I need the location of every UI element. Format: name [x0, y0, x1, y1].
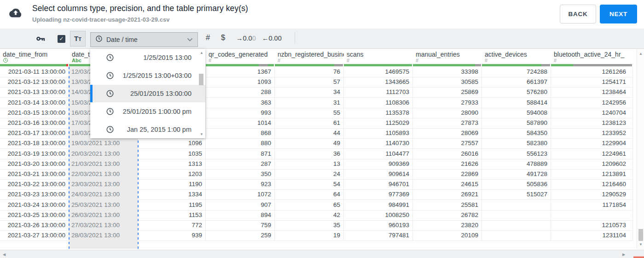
table-row: 2021-03-26 13:00:0027/03/2021 13:0077275…: [0, 220, 633, 231]
column-name: qr_codes_generated: [209, 51, 267, 58]
back-button[interactable]: BACK: [560, 5, 596, 23]
cell-bluetooth_active_24_hr_: 1238464: [551, 87, 633, 98]
cell-manual_entries: 28069: [413, 128, 482, 139]
number-type-glyph: #: [347, 58, 349, 63]
column-header-nzbn_registered_busine[interactable]: nzbn_registered_busine#: [275, 49, 344, 64]
column-quality-bar: [206, 64, 274, 66]
column-header-bluetooth_active_24_hr_[interactable]: bluetooth_active_24_hr_#: [551, 49, 633, 64]
cell-bluetooth_active_24_hr_: 1216460: [551, 179, 633, 190]
cell-date_time_from: 2021-03-18 13:00:00: [0, 138, 69, 149]
horizontal-scrollbar[interactable]: ◀ ▶: [0, 250, 644, 258]
cell-scans: 1343665: [344, 77, 413, 88]
cell-nzbn_registered_busine: 31: [275, 98, 344, 108]
cell-bluetooth_active_24_hr_: [551, 210, 633, 221]
scroll-left-arrow[interactable]: ◀: [3, 252, 6, 257]
selected-column-extension: [70, 240, 138, 249]
toolbar-divider: [295, 32, 295, 44]
number-type-glyph: #: [554, 58, 557, 63]
format-option-label: 1/25/2015 13:00: [143, 54, 191, 61]
cell-nzbn_registered_busine: 13: [275, 159, 344, 170]
include-column-checkbox[interactable]: ✓: [58, 35, 65, 43]
cell-manual_entries: 20109: [413, 230, 482, 241]
scroll-up-arrow[interactable]: ▲: [639, 52, 643, 56]
cell-hidden-column: 1190: [138, 179, 206, 190]
cell-qr_codes_generated: 350: [206, 169, 275, 180]
column-name: bluetooth_active_24_hr_: [554, 51, 624, 58]
scroll-down-arrow[interactable]: ▼: [639, 242, 643, 246]
cell-active_devices: 556123: [482, 149, 551, 159]
cell-scans: 1105893: [344, 128, 413, 139]
cell-date_time_from: 2021-03-15 13:00:00: [0, 108, 69, 118]
column-quality-bar: [482, 64, 550, 66]
column-quality-bar: [275, 64, 343, 66]
column-quality-bar: [344, 64, 412, 66]
dropdown-scroll-down-arrow[interactable]: ▼: [200, 132, 203, 136]
cell-manual_entries: 26921: [413, 189, 482, 200]
format-option[interactable]: Jan 25, 2015 1:00 pm: [90, 120, 205, 138]
cell-manual_entries: 21626: [413, 159, 482, 170]
cell-bluetooth_active_24_hr_: 1261266: [551, 67, 633, 77]
table-row: 2021-03-18 13:00:0019/03/2021 13:0010968…: [0, 138, 633, 149]
cell-manual_entries: 26016: [413, 149, 482, 159]
column-name: active_devices: [485, 51, 527, 58]
clock-icon: [106, 125, 114, 135]
cell-date_time_from: 2021-03-16 13:00:00: [0, 118, 69, 129]
column-quality-bar: [551, 64, 632, 66]
selected-column-left-border: [69, 67, 70, 249]
column-header-manual_entries[interactable]: manual_entries#: [413, 49, 482, 64]
column-header-date_time_from[interactable]: date_time_from: [0, 49, 69, 64]
column-header-scans[interactable]: scans#: [344, 49, 413, 64]
cell-scans: 1112703: [344, 87, 413, 98]
table-row: 2021-03-27 13:00:0028/03/2021 13:0093925…: [0, 230, 633, 241]
cell-qr_codes_generated: 880: [206, 138, 275, 149]
dropdown-scroll-thumb[interactable]: [199, 74, 203, 85]
cell-nzbn_registered_busine: 36: [275, 149, 344, 159]
decrease-decimals-button[interactable]: →0.00: [236, 35, 256, 42]
column-header-qr_codes_generated[interactable]: qr_codes_generated#: [206, 49, 275, 64]
clock-icon: [106, 53, 114, 64]
cell-date_time_from: 2021-03-26 13:00:00: [0, 220, 69, 231]
cell-nzbn_registered_busine: 54: [275, 179, 344, 190]
cell-date_time_from: 2021-03-25 13:00:00: [0, 210, 69, 221]
cell-active_devices: 724288: [482, 67, 551, 77]
increase-decimals-button[interactable]: ←0.00: [262, 35, 282, 42]
cell-manual_entries: 27557: [413, 138, 482, 149]
cell-nzbn_registered_busine: 76: [275, 67, 344, 77]
cell-date_time_from: 2021-03-11 13:00:00: [0, 67, 69, 77]
next-button[interactable]: NEXT: [600, 5, 637, 23]
column-name: scans: [347, 51, 364, 58]
cell-date_t: 24/03/2021 13:00: [69, 189, 138, 200]
column-type-dropdown[interactable]: Date / time: [90, 32, 198, 47]
format-option-selected[interactable]: 25/01/2015 13:00:00: [90, 85, 205, 103]
number-type-glyph: #: [209, 58, 211, 63]
primary-key-icon[interactable]: [35, 34, 46, 46]
cell-qr_codes_generated: 993: [206, 108, 275, 118]
cell-manual_entries: 27873: [413, 118, 482, 129]
cell-bluetooth_active_24_hr_: 1254171: [551, 77, 633, 88]
cell-date_time_from: 2021-03-12 13:00:00: [0, 77, 69, 88]
column-name: date_time_from: [3, 51, 47, 58]
cell-scans: 1135378: [344, 108, 413, 118]
text-type-button[interactable]: TT: [70, 31, 86, 47]
vertical-scroll-thumb[interactable]: [638, 229, 643, 241]
vertical-scrollbar[interactable]: ▲ ▼: [637, 49, 644, 249]
format-option[interactable]: 1/25/2015 13:00+03:00: [90, 67, 205, 85]
cell-date_t: 26/03/2021 13:00: [69, 210, 138, 221]
cell-nzbn_registered_busine: 49: [275, 138, 344, 149]
cell-active_devices: 505836: [482, 179, 551, 190]
table-row: 2021-03-19 13:00:0020/03/2021 13:0010358…: [0, 149, 633, 159]
cell-scans: 909369: [344, 159, 413, 170]
cell-manual_entries: 25581: [413, 200, 482, 211]
table-row: 2021-03-22 13:00:0023/03/2021 13:0011909…: [0, 179, 633, 190]
format-option[interactable]: 1/25/2015 13:00: [90, 49, 205, 67]
scroll-corner-marker: [633, 256, 644, 258]
format-option[interactable]: 25/01/2015 1:00:00 pm: [90, 102, 205, 120]
column-name: nzbn_registered_busine: [278, 51, 344, 58]
cell-date_time_from: 2021-03-13 13:00:00: [0, 87, 69, 98]
scroll-right-arrow[interactable]: ▶: [622, 252, 625, 257]
integer-type-button[interactable]: #: [206, 33, 210, 42]
dropdown-scroll-up-arrow[interactable]: ▲: [200, 51, 203, 55]
column-header-active_devices[interactable]: active_devices#: [482, 49, 551, 64]
currency-type-button[interactable]: $: [221, 33, 225, 42]
cell-bluetooth_active_24_hr_: 1213891: [551, 169, 633, 180]
